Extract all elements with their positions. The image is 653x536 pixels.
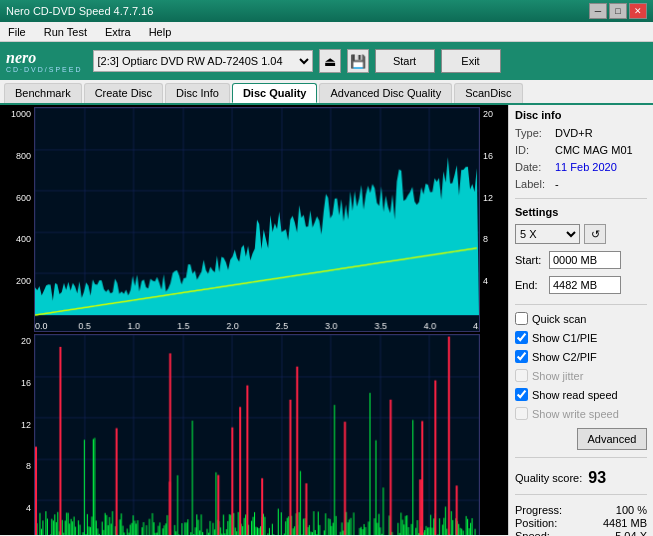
show-write-speed-row: Show write speed <box>515 407 647 420</box>
tab-disc-info[interactable]: Disc Info <box>165 83 230 103</box>
show-jitter-label: Show jitter <box>532 370 583 382</box>
speed-row: Speed: 5.04 X <box>515 530 647 536</box>
progress-section: Progress: 100 % Position: 4481 MB Speed:… <box>515 504 647 536</box>
end-label: End: <box>515 279 545 291</box>
disc-type-label: Type: <box>515 127 551 139</box>
menu-file[interactable]: File <box>4 24 30 40</box>
quick-scan-row: Quick scan <box>515 312 647 325</box>
disc-type-value: DVD+R <box>555 127 593 139</box>
show-c2-pif-label: Show C2/PIF <box>532 351 597 363</box>
eject-button[interactable]: ⏏ <box>319 49 341 73</box>
nero-logo: nero CD·DVD/SPEED <box>6 50 83 73</box>
disc-date-label: Date: <box>515 161 551 173</box>
menu-run-test[interactable]: Run Test <box>40 24 91 40</box>
start-button[interactable]: Start <box>375 49 435 73</box>
start-label: Start: <box>515 254 545 266</box>
speed-select[interactable]: 5 X Maximum 1 X 2 X 4 X 8 X <box>515 224 580 244</box>
disc-date-value: 11 Feb 2020 <box>555 161 617 173</box>
show-c1-pie-label: Show C1/PIE <box>532 332 597 344</box>
quality-score-row: Quality score: 93 <box>515 469 647 487</box>
show-read-speed-label: Show read speed <box>532 389 618 401</box>
tab-disc-quality[interactable]: Disc Quality <box>232 83 318 103</box>
menu-bar: File Run Test Extra Help <box>0 22 653 42</box>
minimize-button[interactable]: ─ <box>589 3 607 19</box>
disc-label-value: - <box>555 178 559 190</box>
exit-button[interactable]: Exit <box>441 49 501 73</box>
quality-score-label: Quality score: <box>515 472 582 484</box>
disc-id-value: CMC MAG M01 <box>555 144 633 156</box>
advanced-button[interactable]: Advanced <box>577 428 647 450</box>
show-c1-pie-row: Show C1/PIE <box>515 331 647 344</box>
quick-scan-checkbox[interactable] <box>515 312 528 325</box>
position-row: Position: 4481 MB <box>515 517 647 529</box>
window-controls: ─ □ ✕ <box>589 3 647 19</box>
tab-advanced-disc-quality[interactable]: Advanced Disc Quality <box>319 83 452 103</box>
progress-row: Progress: 100 % <box>515 504 647 516</box>
speed-label: Speed: <box>515 530 550 536</box>
show-jitter-checkbox[interactable] <box>515 369 528 382</box>
main-content: 1000 800 600 400 200 20 16 12 8 4 <box>0 105 653 535</box>
show-read-speed-checkbox[interactable] <box>515 388 528 401</box>
show-write-speed-label: Show write speed <box>532 408 619 420</box>
disc-label-label: Label: <box>515 178 551 190</box>
show-c2-pif-checkbox[interactable] <box>515 350 528 363</box>
menu-extra[interactable]: Extra <box>101 24 135 40</box>
quick-scan-label: Quick scan <box>532 313 586 325</box>
settings-title: Settings <box>515 206 647 218</box>
speed-refresh-button[interactable]: ↺ <box>584 224 606 244</box>
tab-bar: Benchmark Create Disc Disc Info Disc Qua… <box>0 80 653 105</box>
divider-3 <box>515 457 647 458</box>
disc-id-label: ID: <box>515 144 551 156</box>
show-read-speed-row: Show read speed <box>515 388 647 401</box>
drive-select[interactable]: [2:3] Optiarc DVD RW AD-7240S 1.04 <box>93 50 313 72</box>
end-setting-row: End: <box>515 276 647 294</box>
right-panel: Disc info Type: DVD+R ID: CMC MAG M01 Da… <box>508 105 653 535</box>
disc-label-row: Label: - <box>515 178 647 190</box>
top-chart: 1000 800 600 400 200 20 16 12 8 4 <box>2 107 506 332</box>
start-setting-row: Start: <box>515 251 647 269</box>
end-input[interactable] <box>549 276 621 294</box>
quality-score-value: 93 <box>588 469 606 487</box>
show-c1-pie-checkbox[interactable] <box>515 331 528 344</box>
tab-benchmark[interactable]: Benchmark <box>4 83 82 103</box>
position-label: Position: <box>515 517 557 529</box>
title-bar: Nero CD-DVD Speed 4.7.7.16 ─ □ ✕ <box>0 0 653 22</box>
position-value: 4481 MB <box>603 517 647 529</box>
close-button[interactable]: ✕ <box>629 3 647 19</box>
divider-2 <box>515 304 647 305</box>
show-c2-pif-row: Show C2/PIF <box>515 350 647 363</box>
window-title: Nero CD-DVD Speed 4.7.7.16 <box>6 5 153 17</box>
disc-type-row: Type: DVD+R <box>515 127 647 139</box>
save-button[interactable]: 💾 <box>347 49 369 73</box>
disc-date-row: Date: 11 Feb 2020 <box>515 161 647 173</box>
progress-value: 100 % <box>616 504 647 516</box>
tab-scandisc[interactable]: ScanDisc <box>454 83 522 103</box>
toolbar: nero CD·DVD/SPEED [2:3] Optiarc DVD RW A… <box>0 42 653 80</box>
tab-create-disc[interactable]: Create Disc <box>84 83 163 103</box>
bottom-chart: 20 16 12 8 4 <box>2 334 506 535</box>
speed-value: 5.04 X <box>615 530 647 536</box>
divider-1 <box>515 198 647 199</box>
speed-setting-row: 5 X Maximum 1 X 2 X 4 X 8 X ↺ <box>515 224 647 244</box>
menu-help[interactable]: Help <box>145 24 176 40</box>
maximize-button[interactable]: □ <box>609 3 627 19</box>
start-input[interactable] <box>549 251 621 269</box>
show-write-speed-checkbox[interactable] <box>515 407 528 420</box>
disc-id-row: ID: CMC MAG M01 <box>515 144 647 156</box>
show-jitter-row: Show jitter <box>515 369 647 382</box>
divider-4 <box>515 494 647 495</box>
progress-label: Progress: <box>515 504 562 516</box>
disc-info-title: Disc info <box>515 109 647 121</box>
